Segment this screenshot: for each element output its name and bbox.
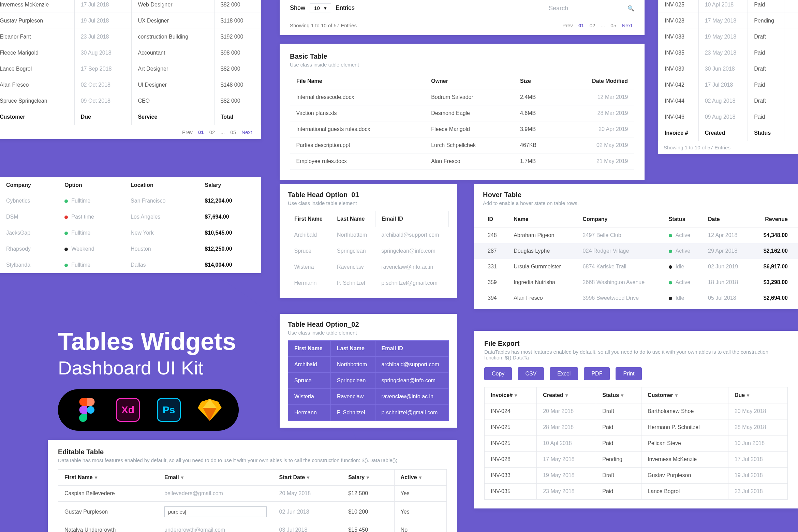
table-row[interactable]: INV-03319 May 2018DraftGustav Purpleson1… <box>485 468 788 484</box>
editable-table: First Name Email Start Date Salary Activ… <box>58 469 447 532</box>
table-row[interactable]: CybneticsFulltimeSan Francisco$12,204.00 <box>0 193 261 209</box>
promo-block: Tables Widgets Dashboard UI Kit Xd Ps <box>58 327 239 431</box>
table-row[interactable]: 394Alan Fresco3996 Sweetwood DriveIdle05… <box>474 290 798 306</box>
table-row[interactable]: HermannP. Schnitzelp.schnitzel@gmail.com <box>288 405 449 421</box>
csv-button[interactable]: CSV <box>518 367 544 380</box>
search-icon[interactable] <box>627 5 634 12</box>
table-row[interactable]: INV-02510 Apl 2018Paid <box>659 0 798 13</box>
table-row[interactable]: Parties description.pptLurch Schpellchek… <box>290 137 634 153</box>
table-row[interactable]: INV-04402 Aug 2018Draft <box>659 93 798 109</box>
table-row[interactable]: JacksGapFulltimeNew York$10,545.00 <box>0 225 261 241</box>
editable-title: Editable Table <box>58 448 447 456</box>
excel-button[interactable]: Excel <box>550 367 578 380</box>
table-row[interactable]: Fleece Marigold30 Aug 2018Accountant$98 … <box>0 45 261 61</box>
table-row[interactable]: International guests rules.docxFleece Ma… <box>290 121 634 137</box>
table-row[interactable]: ArchibaldNorthbottomarchibald@support.co… <box>288 227 449 243</box>
table-row[interactable]: 359Ingredia Nutrisha2668 Washington Aven… <box>474 275 798 290</box>
table-row[interactable]: INV-02420 Mar 2018DraftBartholomew Shoe2… <box>485 403 788 419</box>
show-entries: Show 10 ▾ Entries <box>290 3 355 13</box>
print-button[interactable]: Print <box>616 367 642 380</box>
email-input[interactable]: purples| <box>164 506 267 517</box>
customer-table: Inverness McKenzie17 Jul 2018Web Designe… <box>0 0 261 125</box>
hover-title: Hover Table <box>483 191 789 199</box>
pagination-top[interactable]: Prev 01 02 ... 05 Next <box>560 23 634 28</box>
entries-select[interactable]: 10 ▾ <box>310 3 331 13</box>
table-row[interactable]: Inverness McKenzie17 Jul 2018Web Designe… <box>0 0 261 13</box>
table-row[interactable]: 287Douglas Lyphe024 Rodger VillageActive… <box>474 243 798 259</box>
basic-table: File Name Owner Size Date Modified Inter… <box>290 73 634 169</box>
table-row[interactable]: Internal dresscode.docxBodrum Salvador2.… <box>290 89 634 105</box>
table-row[interactable]: INV-02817 May 2018PendingInverness McKen… <box>485 452 788 468</box>
table-row[interactable]: Eleanor Fant23 Jul 2018construction Buil… <box>0 29 261 45</box>
table-row[interactable]: ArchibaldNorthbottomarchibald@support.co… <box>288 357 449 373</box>
table-row[interactable]: RhapsodyWeekendHouston$12,250.00 <box>0 241 261 257</box>
table-row[interactable]: Gustav Purpleson19 Jul 2018UX Designer$1… <box>0 13 261 29</box>
table-row[interactable]: INV-03930 Jun 2018Draft <box>659 61 798 77</box>
basic-table-title: Basic Table <box>290 53 634 60</box>
export-buttons: Copy CSV Excel PDF Print <box>484 367 788 380</box>
table-row[interactable]: 248Abraham Pigeon2497 Belle ClubActive12… <box>474 227 798 243</box>
head-opt1-title: Table Head Option_01 <box>288 191 449 199</box>
table-row[interactable]: INV-03523 May 2018Paid <box>659 45 798 61</box>
head-opt2-title: Table Head Option_02 <box>288 321 449 328</box>
sketch-icon <box>198 398 222 422</box>
table-row[interactable]: INV-03523 May 2018PaidLance Bogrol23 Jul… <box>485 484 788 500</box>
table-row[interactable]: Employee rules.docxAlan Fresco1.7MB21 Ma… <box>290 153 634 169</box>
table-row[interactable]: Vaction plans.xlsDesmond Eagle4.6MB28 Ma… <box>290 105 634 121</box>
head-opt2-table: First Name Last Name Email ID ArchibaldN… <box>288 340 449 421</box>
file-export-table: Invoice# Created Status Customer Due INV… <box>484 387 788 500</box>
table-row[interactable]: SpruceSpringcleanspringclean@info.com <box>288 243 449 259</box>
pdf-button[interactable]: PDF <box>584 367 610 380</box>
table-row[interactable]: Spruce Springclean09 Oct 2018CEO$82 000 <box>0 93 261 109</box>
table-row[interactable]: INV-04217 Jul 2018Paid <box>659 77 798 93</box>
table-row[interactable]: Caspian Bellevederebellevedere@gmail.com… <box>58 486 447 502</box>
company-table: Company Option Location Salary Cybnetics… <box>0 177 261 273</box>
figma-icon <box>75 398 99 422</box>
svg-point-0 <box>87 406 94 414</box>
head-opt1-table: First Name Last Name Email ID ArchibaldN… <box>288 211 449 291</box>
tool-badges: Xd Ps <box>58 389 239 431</box>
pagination[interactable]: Prev 01 02 ... 05 Next <box>0 125 261 139</box>
table-row[interactable]: DSMPast timeLos Angeles$7,694.00 <box>0 209 261 225</box>
table-row[interactable]: INV-04609 Aug 2018Paid <box>659 109 798 125</box>
file-export-title: File Export <box>484 340 788 348</box>
table-row[interactable]: HermannP. Schnitzelp.schnitzel@gmail.com <box>288 275 449 291</box>
table-row[interactable]: INV-02528 Mar 2018PaidHermann P. Schnitz… <box>485 419 788 435</box>
table-row[interactable]: Natalya Undergrowthundergrowth@gmail.com… <box>58 522 447 532</box>
search-box[interactable]: Search <box>549 5 634 12</box>
copy-button[interactable]: Copy <box>484 367 512 380</box>
table-row[interactable]: INV-02817 May 2018Pending <box>659 13 798 29</box>
ps-icon: Ps <box>157 398 181 422</box>
showing-text: Showing 1 to 10 of 57 Entries <box>290 23 357 28</box>
invoice-table: INV-02510 Apl 2018PaidINV-02817 May 2018… <box>658 0 798 141</box>
table-row[interactable]: Alan Fresco02 Oct 2018UI Designer$148 00… <box>0 77 261 93</box>
table-row[interactable]: StylbandaFulltimeDallas$14,004.00 <box>0 257 261 273</box>
table-row[interactable]: 331Ursula Gurnmeister6874 Karlske TrailI… <box>474 259 798 275</box>
xd-icon: Xd <box>116 398 140 422</box>
table-row[interactable]: WisteriaRavenclawravenclaw@info.ac.in <box>288 259 449 275</box>
table-row[interactable]: Lance Bogrol17 Sep 2018Art Designer$82 0… <box>0 61 261 77</box>
table-row[interactable]: INV-03319 May 2018Draft <box>659 29 798 45</box>
table-row[interactable]: Gustav Purplesonpurples|02 Jun 2018$10 2… <box>58 502 447 522</box>
table-row[interactable]: INV-02510 Apl 2018PaidPelican Steve10 Ju… <box>485 435 788 452</box>
table-row[interactable]: SpruceSpringcleanspringclean@info.com <box>288 373 449 389</box>
table-row[interactable]: WisteriaRavenclawravenclaw@info.ac.in <box>288 389 449 405</box>
hover-table: ID Name Company Status Date Revenue 248A… <box>474 211 798 306</box>
